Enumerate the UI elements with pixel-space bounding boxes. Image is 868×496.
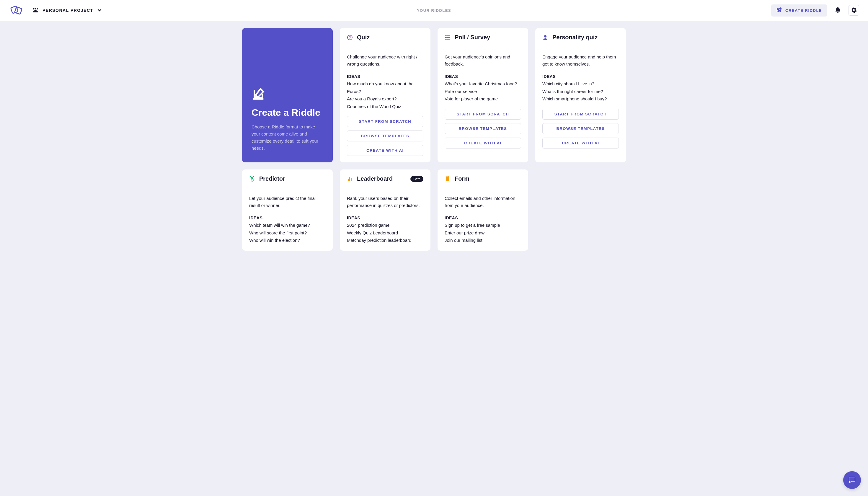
create-riddle-button[interactable]: CREATE RIDDLE: [771, 4, 827, 17]
svg-rect-16: [349, 177, 350, 181]
idea-item: Weekly Quiz Leaderboard: [347, 229, 423, 237]
browse-templates-button[interactable]: BROWSE TEMPLATES: [542, 123, 619, 134]
create-with-ai-button[interactable]: CREATE WITH AI: [542, 138, 619, 149]
hero-description: Choose a Riddle format to make your cont…: [251, 123, 323, 152]
svg-text:?: ?: [349, 36, 351, 39]
person-icon: [542, 34, 548, 41]
card-predictor: Predictor Let your audience predict the …: [242, 169, 333, 251]
svg-point-14: [251, 179, 253, 181]
ideas-label: IDEAS: [445, 216, 521, 220]
clipboard-icon: [445, 176, 451, 182]
svg-rect-1: [14, 7, 22, 14]
start-from-scratch-button[interactable]: START FROM SCRATCH: [542, 109, 619, 120]
svg-point-4: [36, 8, 38, 10]
idea-item: How much do you know about the Euros?: [347, 80, 423, 95]
card-quiz: ? Quiz Challenge your audience with righ…: [340, 28, 431, 162]
ideas-label: IDEAS: [542, 74, 619, 79]
settings-button[interactable]: [849, 5, 859, 16]
idea-item: 2024 prediction game: [347, 221, 423, 229]
svg-rect-11: [445, 39, 446, 40]
idea-item: Are you a Royals expert?: [347, 95, 423, 103]
start-from-scratch-button[interactable]: START FROM SCRATCH: [445, 109, 521, 120]
card-title: Predictor: [259, 175, 326, 182]
ideas-label: IDEAS: [347, 216, 423, 220]
svg-rect-12: [446, 39, 450, 40]
hero-card: Create a Riddle Choose a Riddle format t…: [242, 28, 333, 162]
logo[interactable]: [9, 4, 24, 16]
idea-item: Sign up to get a free sample: [445, 221, 521, 229]
bar-chart-icon: [347, 176, 353, 182]
content-grid: Create a Riddle Choose a Riddle format t…: [218, 21, 650, 258]
notifications-button[interactable]: [833, 5, 843, 16]
topbar-right: CREATE RIDDLE: [771, 4, 859, 17]
project-switcher[interactable]: PERSONAL PROJECT: [30, 5, 104, 15]
idea-item: Which team will win the game?: [249, 221, 326, 229]
idea-item: Who will score the first point?: [249, 229, 326, 237]
svg-rect-8: [446, 35, 450, 36]
idea-item: Vote for player of the game: [445, 95, 521, 103]
page-title: YOUR RIDDLES: [417, 8, 451, 13]
question-icon: ?: [347, 34, 353, 41]
idea-item: What's the right career for me?: [542, 88, 619, 95]
create-riddle-label: CREATE RIDDLE: [785, 8, 822, 13]
card-leaderboard: Leaderboard Beta Rank your users based o…: [340, 169, 431, 251]
card-description: Engage your audience and help them get t…: [542, 53, 619, 67]
chevron-down-icon: [97, 8, 102, 13]
svg-rect-17: [351, 178, 352, 181]
card-title: Personality quiz: [553, 34, 619, 41]
svg-rect-19: [447, 176, 448, 177]
card-poll: Poll / Survey Get your audience's opinio…: [437, 28, 528, 162]
svg-rect-7: [445, 35, 446, 36]
project-label: PERSONAL PROJECT: [43, 8, 93, 13]
browse-templates-button[interactable]: BROWSE TEMPLATES: [445, 123, 521, 134]
idea-item: Join our mailing list: [445, 236, 521, 244]
people-icon: [32, 7, 38, 14]
idea-item: Matchday prediction leaderboard: [347, 236, 423, 244]
svg-point-2: [34, 8, 36, 10]
card-title: Leaderboard: [357, 175, 406, 182]
card-description: Collect emails and other information fro…: [445, 195, 521, 209]
card-description: Get your audience's opinions and feedbac…: [445, 53, 521, 67]
edit-icon: [251, 87, 323, 102]
card-form: Form Collect emails and other informatio…: [437, 169, 528, 251]
beta-badge: Beta: [410, 176, 423, 182]
card-title: Poll / Survey: [455, 34, 521, 41]
hero-title: Create a Riddle: [251, 107, 323, 118]
start-from-scratch-button[interactable]: START FROM SCRATCH: [347, 116, 423, 127]
ideas-label: IDEAS: [249, 216, 326, 220]
card-description: Rank your users based on their performan…: [347, 195, 423, 209]
svg-point-3: [33, 8, 34, 10]
card-description: Challenge your audience with right / wro…: [347, 53, 423, 67]
ideas-label: IDEAS: [347, 74, 423, 79]
card-title: Quiz: [357, 34, 423, 41]
svg-rect-15: [348, 179, 349, 181]
create-with-ai-button[interactable]: CREATE WITH AI: [347, 145, 423, 156]
create-with-ai-button[interactable]: CREATE WITH AI: [445, 138, 521, 149]
idea-item: Rate our service: [445, 88, 521, 95]
svg-rect-10: [446, 37, 450, 38]
idea-item: Which city should I live in?: [542, 80, 619, 88]
card-title: Form: [455, 175, 521, 182]
ideas-label: IDEAS: [445, 74, 521, 79]
gear-icon: [851, 7, 857, 14]
bell-icon: [835, 7, 840, 14]
browse-templates-button[interactable]: BROWSE TEMPLATES: [347, 130, 423, 141]
idea-item: What's your favorite Christmas food?: [445, 80, 521, 88]
idea-item: Countries of the World Quiz: [347, 103, 423, 110]
svg-point-13: [544, 35, 546, 37]
medal-icon: [249, 176, 255, 182]
idea-item: Which smartphone should I buy?: [542, 95, 619, 103]
card-description: Let your audience predict the final resu…: [249, 195, 326, 209]
card-personality: Personality quiz Engage your audience an…: [535, 28, 626, 162]
idea-item: Enter our prize draw: [445, 229, 521, 237]
idea-item: Who will win the election?: [249, 236, 326, 244]
list-icon: [445, 34, 451, 41]
topbar: PERSONAL PROJECT YOUR RIDDLES CREATE RID…: [0, 0, 868, 21]
edit-icon: [776, 7, 782, 14]
svg-rect-9: [445, 37, 446, 38]
